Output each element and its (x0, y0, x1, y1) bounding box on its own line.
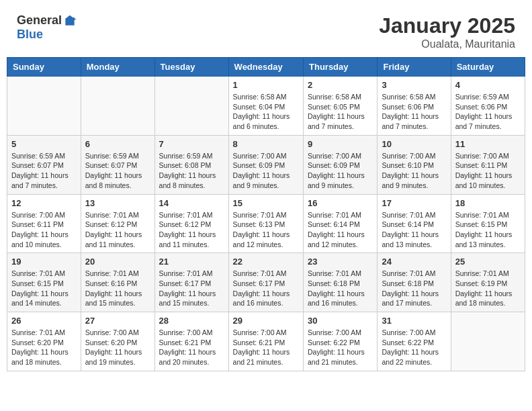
calendar-cell (451, 312, 525, 371)
calendar-cell: 14Sunrise: 7:01 AMSunset: 6:12 PMDayligh… (154, 194, 228, 253)
day-number: 7 (159, 139, 224, 149)
day-info: Sunrise: 7:01 AMSunset: 6:18 PMDaylight:… (382, 269, 446, 308)
calendar-cell: 13Sunrise: 7:01 AMSunset: 6:12 PMDayligh… (81, 194, 154, 253)
calendar-cell: 4Sunrise: 6:59 AMSunset: 6:06 PMDaylight… (451, 77, 525, 136)
day-number: 25 (455, 257, 521, 267)
calendar-cell: 5Sunrise: 6:59 AMSunset: 6:07 PMDaylight… (7, 135, 81, 194)
day-number: 28 (159, 316, 224, 326)
dow-header-sunday: Sunday (7, 58, 81, 77)
day-info: Sunrise: 6:59 AMSunset: 6:06 PMDaylight:… (455, 92, 521, 132)
day-number: 2 (308, 80, 373, 90)
day-number: 19 (11, 257, 77, 267)
title-block: January 2025 Oualata, Mauritania (379, 13, 515, 50)
day-info: Sunrise: 6:59 AMSunset: 6:07 PMDaylight:… (11, 151, 77, 191)
day-number: 29 (233, 316, 299, 326)
calendar-cell: 9Sunrise: 7:00 AMSunset: 6:09 PMDaylight… (304, 135, 378, 194)
calendar-cell: 1Sunrise: 6:58 AMSunset: 6:04 PMDaylight… (228, 77, 303, 136)
day-number: 5 (11, 139, 77, 149)
day-info: Sunrise: 7:01 AMSunset: 6:19 PMDaylight:… (455, 269, 521, 308)
calendar-cell: 7Sunrise: 6:59 AMSunset: 6:08 PMDaylight… (154, 135, 228, 194)
day-info: Sunrise: 7:00 AMSunset: 6:21 PMDaylight:… (159, 328, 224, 367)
day-info: Sunrise: 7:00 AMSunset: 6:22 PMDaylight:… (382, 328, 446, 367)
calendar-cell: 30Sunrise: 7:00 AMSunset: 6:22 PMDayligh… (304, 312, 378, 371)
calendar-cell: 2Sunrise: 6:58 AMSunset: 6:05 PMDaylight… (304, 77, 378, 136)
day-info: Sunrise: 7:01 AMSunset: 6:15 PMDaylight:… (455, 210, 521, 250)
calendar-cell: 18Sunrise: 7:01 AMSunset: 6:15 PMDayligh… (451, 194, 525, 253)
day-info: Sunrise: 7:01 AMSunset: 6:17 PMDaylight:… (233, 269, 299, 308)
calendar-cell: 11Sunrise: 7:00 AMSunset: 6:11 PMDayligh… (451, 135, 525, 194)
day-number: 18 (455, 198, 521, 208)
day-number: 30 (308, 316, 373, 326)
calendar-week-4: 19Sunrise: 7:01 AMSunset: 6:15 PMDayligh… (7, 253, 525, 312)
calendar-week-1: 1Sunrise: 6:58 AMSunset: 6:04 PMDaylight… (7, 77, 525, 136)
day-number: 10 (382, 139, 446, 149)
calendar-week-3: 12Sunrise: 7:00 AMSunset: 6:11 PMDayligh… (7, 194, 525, 253)
day-number: 4 (455, 80, 521, 90)
calendar-cell: 28Sunrise: 7:00 AMSunset: 6:21 PMDayligh… (154, 312, 228, 371)
calendar-week-5: 26Sunrise: 7:01 AMSunset: 6:20 PMDayligh… (7, 312, 525, 371)
day-info: Sunrise: 7:01 AMSunset: 6:12 PMDaylight:… (85, 210, 150, 250)
day-number: 16 (308, 198, 373, 208)
calendar-cell: 29Sunrise: 7:00 AMSunset: 6:21 PMDayligh… (228, 312, 303, 371)
day-info: Sunrise: 6:58 AMSunset: 6:05 PMDaylight:… (308, 92, 373, 132)
day-info: Sunrise: 7:00 AMSunset: 6:09 PMDaylight:… (308, 151, 373, 191)
day-info: Sunrise: 6:58 AMSunset: 6:04 PMDaylight:… (233, 92, 299, 132)
day-info: Sunrise: 6:59 AMSunset: 6:07 PMDaylight:… (85, 151, 150, 191)
logo-general-text: General (17, 13, 62, 28)
day-number: 9 (308, 139, 373, 149)
calendar-cell: 22Sunrise: 7:01 AMSunset: 6:17 PMDayligh… (228, 253, 303, 312)
dow-header-monday: Monday (81, 58, 154, 77)
logo: General Blue (17, 13, 77, 42)
day-info: Sunrise: 7:00 AMSunset: 6:22 PMDaylight:… (308, 328, 373, 367)
day-info: Sunrise: 6:59 AMSunset: 6:08 PMDaylight:… (159, 151, 224, 191)
day-number: 20 (85, 257, 150, 267)
day-number: 8 (233, 139, 299, 149)
day-number: 13 (85, 198, 150, 208)
day-info: Sunrise: 7:01 AMSunset: 6:13 PMDaylight:… (233, 210, 299, 250)
calendar-cell: 20Sunrise: 7:01 AMSunset: 6:16 PMDayligh… (81, 253, 154, 312)
calendar-cell: 6Sunrise: 6:59 AMSunset: 6:07 PMDaylight… (81, 135, 154, 194)
day-number: 12 (11, 198, 77, 208)
day-number: 24 (382, 257, 446, 267)
calendar-cell: 15Sunrise: 7:01 AMSunset: 6:13 PMDayligh… (228, 194, 303, 253)
calendar-cell: 12Sunrise: 7:00 AMSunset: 6:11 PMDayligh… (7, 194, 81, 253)
calendar-table: SundayMondayTuesdayWednesdayThursdayFrid… (7, 57, 525, 371)
calendar-cell: 24Sunrise: 7:01 AMSunset: 6:18 PMDayligh… (378, 253, 451, 312)
calendar-cell (81, 77, 154, 136)
calendar-cell: 16Sunrise: 7:01 AMSunset: 6:14 PMDayligh… (304, 194, 378, 253)
day-number: 26 (11, 316, 77, 326)
dow-header-tuesday: Tuesday (154, 58, 228, 77)
dow-header-thursday: Thursday (304, 58, 378, 77)
day-info: Sunrise: 7:01 AMSunset: 6:17 PMDaylight:… (159, 269, 224, 308)
calendar-body: 1Sunrise: 6:58 AMSunset: 6:04 PMDaylight… (7, 77, 525, 371)
location-title: Oualata, Mauritania (379, 38, 515, 50)
day-info: Sunrise: 7:01 AMSunset: 6:16 PMDaylight:… (85, 269, 150, 308)
day-info: Sunrise: 7:01 AMSunset: 6:12 PMDaylight:… (159, 210, 224, 250)
day-info: Sunrise: 7:00 AMSunset: 6:10 PMDaylight:… (382, 151, 446, 191)
dow-header-friday: Friday (378, 58, 451, 77)
calendar-cell: 26Sunrise: 7:01 AMSunset: 6:20 PMDayligh… (7, 312, 81, 371)
calendar-cell: 27Sunrise: 7:00 AMSunset: 6:20 PMDayligh… (81, 312, 154, 371)
day-number: 22 (233, 257, 299, 267)
calendar-cell: 25Sunrise: 7:01 AMSunset: 6:19 PMDayligh… (451, 253, 525, 312)
day-info: Sunrise: 7:01 AMSunset: 6:18 PMDaylight:… (308, 269, 373, 308)
day-info: Sunrise: 7:00 AMSunset: 6:21 PMDaylight:… (233, 328, 299, 367)
day-number: 21 (159, 257, 224, 267)
calendar-cell: 23Sunrise: 7:01 AMSunset: 6:18 PMDayligh… (304, 253, 378, 312)
calendar-cell: 8Sunrise: 7:00 AMSunset: 6:09 PMDaylight… (228, 135, 303, 194)
day-info: Sunrise: 6:58 AMSunset: 6:06 PMDaylight:… (382, 92, 446, 132)
dow-header-saturday: Saturday (451, 58, 525, 77)
day-info: Sunrise: 7:00 AMSunset: 6:11 PMDaylight:… (11, 210, 77, 250)
calendar-cell: 21Sunrise: 7:01 AMSunset: 6:17 PMDayligh… (154, 253, 228, 312)
day-number: 14 (159, 198, 224, 208)
day-info: Sunrise: 7:01 AMSunset: 6:14 PMDaylight:… (382, 210, 446, 250)
day-info: Sunrise: 7:01 AMSunset: 6:14 PMDaylight:… (308, 210, 373, 250)
logo-icon (63, 14, 77, 28)
calendar-cell: 17Sunrise: 7:01 AMSunset: 6:14 PMDayligh… (378, 194, 451, 253)
calendar-cell (7, 77, 81, 136)
page-header: General Blue January 2025 Oualata, Mauri… (7, 7, 525, 54)
calendar-week-2: 5Sunrise: 6:59 AMSunset: 6:07 PMDaylight… (7, 135, 525, 194)
day-info: Sunrise: 7:00 AMSunset: 6:11 PMDaylight:… (455, 151, 521, 191)
day-of-week-row: SundayMondayTuesdayWednesdayThursdayFrid… (7, 58, 525, 77)
dow-header-wednesday: Wednesday (228, 58, 303, 77)
